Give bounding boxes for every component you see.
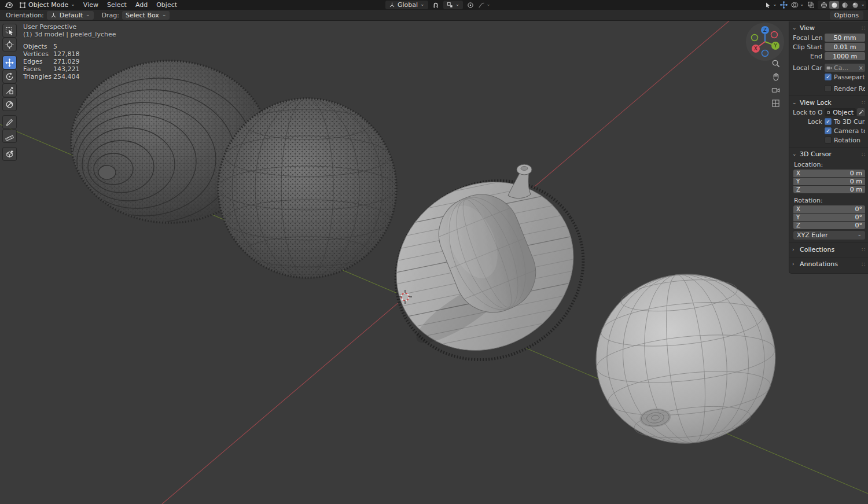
view-section-title: View xyxy=(800,24,815,32)
orientation-select[interactable]: Default ⌄ xyxy=(47,11,94,20)
cursor-section-title: 3D Cursor xyxy=(800,150,832,158)
cursor-location-x-field[interactable]: X 0 m xyxy=(793,170,865,177)
clip-start-label: Clip Start xyxy=(793,43,822,51)
clip-start-field[interactable]: 0.01 m xyxy=(825,43,865,51)
snap-settings-dropdown[interactable]: ⌄ xyxy=(443,1,464,9)
gizmo-axis-z-neg[interactable] xyxy=(762,50,768,57)
gizmo-axis-y-neg[interactable] xyxy=(752,35,758,41)
blender-logo-icon xyxy=(5,2,13,9)
menu-object[interactable]: Object xyxy=(152,1,181,9)
menu-add[interactable]: Add xyxy=(131,1,152,9)
cursor-location-y-field[interactable]: Y 0 m xyxy=(793,178,865,185)
gizmo-axis-x-neg[interactable] xyxy=(771,32,778,38)
clip-end-field[interactable]: 1000 m xyxy=(825,52,865,60)
orientation-label: Orientation: xyxy=(6,12,44,19)
tool-annotate[interactable] xyxy=(3,116,16,128)
shading-rendered-button[interactable] xyxy=(850,1,860,9)
chevron-down-icon: ⌄ xyxy=(486,2,491,7)
passepartout-checkbox[interactable]: ✓ xyxy=(825,73,832,80)
camera-view-button[interactable] xyxy=(770,84,781,95)
chevron-right-icon: › xyxy=(792,247,797,252)
eyedropper-button[interactable] xyxy=(857,108,865,116)
lychee-model-3[interactable] xyxy=(588,266,784,453)
lock-to-object-field[interactable]: Object xyxy=(825,108,856,116)
focal-length-field[interactable]: 50 mm xyxy=(825,34,865,42)
axis-value: 0 m xyxy=(850,186,862,193)
transform-orientation-select[interactable]: Global ⌄ xyxy=(385,1,428,9)
viewport-gizmos-toggle[interactable] xyxy=(779,1,789,9)
tool-measure[interactable] xyxy=(3,130,16,142)
stat-value: 5 xyxy=(53,43,57,50)
local-camera-label: Local Cam... xyxy=(793,64,822,72)
tool-rotate[interactable] xyxy=(3,70,16,83)
drag-dots-icon: ∷ xyxy=(862,151,865,157)
render-region-checkbox[interactable] xyxy=(825,85,832,92)
axis-label: Z xyxy=(796,222,800,229)
lychee-model-2[interactable] xyxy=(218,98,398,279)
show-gizmos-dropdown[interactable]: ⌄ xyxy=(764,1,777,9)
local-camera-field[interactable]: Ca... × xyxy=(825,64,865,72)
menu-select[interactable]: Select xyxy=(103,1,131,9)
shading-material-button[interactable] xyxy=(840,1,849,9)
tool-add-cube[interactable] xyxy=(3,148,16,160)
cursor-section-header[interactable]: ⌄ 3D Cursor ∷ xyxy=(789,149,868,159)
view-section-header[interactable]: ⌄ View ∷ xyxy=(789,23,868,33)
menu-view[interactable]: View xyxy=(79,1,102,9)
rendered-sphere-icon xyxy=(852,2,859,9)
tool-settings-bar: Orientation: Default ⌄ Drag: Select Box … xyxy=(0,10,868,21)
blender-logo-menu[interactable] xyxy=(2,1,15,9)
tool-transform[interactable] xyxy=(3,98,16,111)
options-button[interactable]: Options xyxy=(830,11,863,20)
drag-dots-icon: ∷ xyxy=(862,25,865,31)
tool-select-box[interactable] xyxy=(3,24,16,37)
orientation-default-icon xyxy=(50,12,57,19)
rotation-mode-select[interactable]: XYZ Euler ⌄ xyxy=(793,231,865,240)
add-cube-icon xyxy=(5,150,14,159)
shading-mode-group: ⌄ xyxy=(818,1,866,9)
cursor-rotation-y-field[interactable]: Y 0° xyxy=(793,214,865,221)
mode-select[interactable]: Object Mode ⌄ xyxy=(16,1,79,9)
stat-value: 254,404 xyxy=(53,73,80,80)
lock-rotation-checkbox[interactable] xyxy=(825,137,832,144)
stat-label: Triangles xyxy=(23,73,53,80)
proportional-falloff-dropdown[interactable]: ⌄ xyxy=(478,1,491,9)
annotations-section-header[interactable]: › Annotations ∷ xyxy=(789,259,868,269)
sidebar-n-panel: ⌄ View ∷ Focal Len... 50 mm Clip Start 0… xyxy=(789,21,868,274)
local-camera-value: Ca... xyxy=(834,64,848,72)
tool-scale[interactable] xyxy=(3,84,16,97)
viewport-3d[interactable]: User Perspective (1) 3d model | peeled_l… xyxy=(0,21,868,504)
peeled-lychee-model[interactable] xyxy=(362,145,617,395)
tool-move[interactable] xyxy=(3,56,16,69)
scene-statistics: Objects5 Vertices127,818 Edges271,029 Fa… xyxy=(23,43,116,80)
axis-value: 0 m xyxy=(850,178,862,185)
camera-to-view-checkbox[interactable]: ✓ xyxy=(825,127,832,134)
lock-to-3d-cursor-checkbox[interactable]: ✓ xyxy=(825,118,832,125)
navigation-gizmo[interactable]: Z Y X xyxy=(744,21,786,62)
close-icon[interactable]: × xyxy=(859,65,863,71)
drag-select[interactable]: Select Box ⌄ xyxy=(122,11,170,20)
view-lock-section-header[interactable]: ⌄ View Lock ∷ xyxy=(789,97,868,108)
viewport-overlay-info: User Perspective (1) 3d model | peeled_l… xyxy=(23,23,116,80)
eyedropper-icon xyxy=(858,109,864,115)
toggle-orthographic-button[interactable] xyxy=(770,98,781,109)
chevron-down-icon: ⌄ xyxy=(773,2,777,7)
axis-value: 0° xyxy=(855,222,863,229)
gizmo-icon xyxy=(780,1,788,9)
proportional-editing-toggle[interactable] xyxy=(465,1,476,9)
tool-cursor[interactable] xyxy=(3,38,16,51)
scale-tool-icon xyxy=(5,86,14,95)
cursor-rotation-z-field[interactable]: Z 0° xyxy=(793,222,865,229)
xray-toggle[interactable] xyxy=(806,1,816,9)
snap-toggle[interactable] xyxy=(431,1,441,9)
shading-wireframe-button[interactable] xyxy=(819,1,829,9)
shading-solid-button[interactable] xyxy=(829,1,839,9)
zoom-view-button[interactable] xyxy=(770,58,781,69)
show-overlays-dropdown[interactable]: ⌄ xyxy=(791,1,804,9)
viewport-nav-controls xyxy=(770,58,781,109)
view-perspective-label: User Perspective xyxy=(23,23,116,31)
clip-start-value: 0.01 m xyxy=(834,43,856,51)
pan-view-button[interactable] xyxy=(770,71,781,82)
collections-section-header[interactable]: › Collections ∷ xyxy=(789,244,868,255)
cursor-location-z-field[interactable]: Z 0 m xyxy=(793,186,865,193)
cursor-rotation-x-field[interactable]: X 0° xyxy=(793,205,865,213)
